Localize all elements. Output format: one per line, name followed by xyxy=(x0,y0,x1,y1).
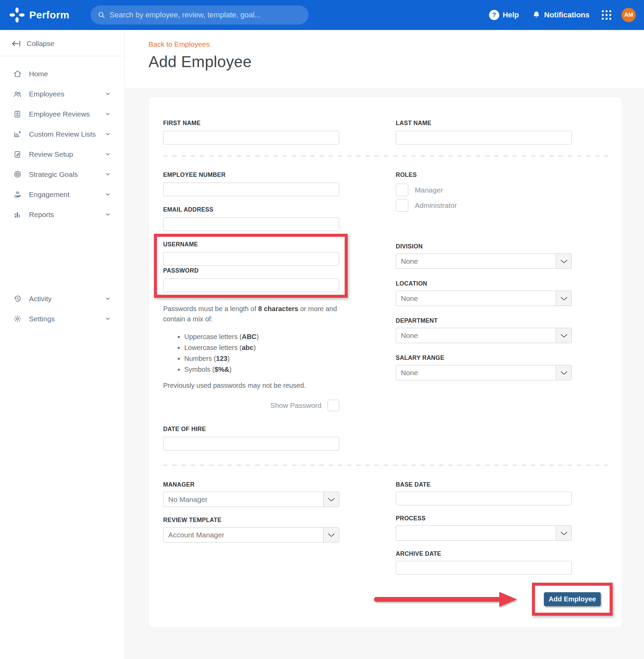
chevron-down-icon xyxy=(556,526,571,540)
annotation-arrow xyxy=(374,592,517,607)
first-name-input[interactable] xyxy=(163,131,339,144)
sidebar-item-home[interactable]: Home xyxy=(0,64,124,84)
red-highlight-box-username-password: USERNAME PASSWORD xyxy=(154,234,348,298)
manager-select[interactable]: No Manager xyxy=(163,492,339,507)
people-icon xyxy=(13,90,22,98)
collapse-button[interactable]: Collapse xyxy=(0,30,124,48)
last-name-input[interactable] xyxy=(396,131,572,144)
date-of-hire-input[interactable] xyxy=(163,437,339,450)
page-title: Add Employee xyxy=(148,52,644,71)
department-select[interactable]: None xyxy=(396,328,572,343)
sidebar-item-custom-review-lists[interactable]: Custom Review Lists xyxy=(0,124,124,144)
sidebar-item-activity[interactable]: Activity xyxy=(0,289,124,309)
id-badge-icon xyxy=(13,110,22,118)
chart-plus-icon xyxy=(13,130,22,138)
sidebar-item-settings[interactable]: Settings xyxy=(0,309,124,329)
chevron-down-icon xyxy=(556,365,571,380)
review-template-select[interactable]: Account Manager xyxy=(163,527,339,542)
location-select[interactable]: None xyxy=(396,291,572,306)
sidebar-item-employee-reviews[interactable]: Employee Reviews xyxy=(0,104,124,124)
location-value: None xyxy=(396,291,556,306)
division-select[interactable]: None xyxy=(396,254,572,269)
password-rules-list: Uppercase letters (ABC) Lowercase letter… xyxy=(163,333,339,373)
chevron-down-icon xyxy=(105,111,111,117)
add-employee-button[interactable]: Add Employee xyxy=(544,592,601,606)
date-of-hire-label: DATE OF HIRE xyxy=(163,426,339,433)
chevron-down-icon xyxy=(105,91,111,97)
password-reuse-note: Previously used passwords may not be reu… xyxy=(163,382,339,389)
process-value xyxy=(396,526,556,540)
password-input[interactable] xyxy=(163,278,339,292)
bell-icon xyxy=(532,11,541,19)
process-select[interactable] xyxy=(396,525,572,541)
top-header: Perform ? Help No xyxy=(0,0,644,30)
last-name-label: LAST NAME xyxy=(396,120,572,127)
sidebar-item-label: Employees xyxy=(29,90,64,98)
password-rule-lowercase: Lowercase letters (abc) xyxy=(184,344,339,352)
chevron-down-icon xyxy=(105,296,111,302)
section-divider xyxy=(163,465,608,465)
chevron-down-icon xyxy=(105,151,111,157)
brand[interactable]: Perform xyxy=(9,7,69,23)
email-input[interactable] xyxy=(163,217,339,231)
roles-label: ROLES xyxy=(396,171,572,179)
process-label: PROCESS xyxy=(396,515,572,522)
notifications-button[interactable]: Notifications xyxy=(528,11,594,19)
search-input[interactable] xyxy=(110,11,302,19)
sidebar-item-reports[interactable]: Reports xyxy=(0,204,124,225)
review-template-value: Account Manager xyxy=(163,527,323,542)
search-icon xyxy=(97,11,106,19)
base-date-input[interactable] xyxy=(396,492,572,505)
chevron-down-icon xyxy=(323,492,339,507)
brand-name: Perform xyxy=(29,9,69,21)
chevron-down-icon xyxy=(105,212,111,217)
target-icon xyxy=(13,170,22,179)
review-template-label: REVIEW TEMPLATE xyxy=(163,517,339,524)
password-label: PASSWORD xyxy=(163,267,345,274)
collapse-label: Collapse xyxy=(27,40,54,48)
help-button[interactable]: ? Help xyxy=(485,10,523,20)
password-rule-symbols: Symbols ($%&) xyxy=(184,366,339,373)
username-label: USERNAME xyxy=(163,241,345,248)
sidebar-item-engagement[interactable]: Engagement xyxy=(0,184,124,204)
division-label: DIVISION xyxy=(396,243,572,250)
app-grid-icon[interactable] xyxy=(598,10,615,20)
archive-date-input[interactable] xyxy=(396,561,572,574)
department-label: DEPARTMENT xyxy=(396,317,572,324)
employee-number-label: EMPLOYEE NUMBER xyxy=(163,171,339,179)
clipboard-pencil-icon xyxy=(13,150,22,158)
chevron-down-icon xyxy=(105,191,111,197)
avatar[interactable]: AM xyxy=(622,8,636,22)
show-password-row: Show Password xyxy=(163,400,339,411)
bar-chart-icon xyxy=(13,211,22,219)
password-rule-uppercase: Uppercase letters (ABC) xyxy=(184,333,339,341)
password-rule-numbers: Numbers (123) xyxy=(184,355,339,363)
sidebar-item-label: Settings xyxy=(29,315,55,323)
sidebar-item-label: Activity xyxy=(29,295,52,303)
division-value: None xyxy=(396,254,556,269)
salary-range-select[interactable]: None xyxy=(396,365,572,380)
employee-number-input[interactable] xyxy=(163,183,339,196)
section-divider xyxy=(163,156,608,156)
sidebar-item-review-setup[interactable]: Review Setup xyxy=(0,144,124,164)
back-to-employees-link[interactable]: Back to Employees xyxy=(148,40,210,48)
base-date-label: BASE DATE xyxy=(396,481,572,488)
page-head: Back to Employees Add Employee xyxy=(125,30,644,88)
show-password-checkbox[interactable] xyxy=(328,400,339,411)
username-input[interactable] xyxy=(163,252,339,266)
history-icon xyxy=(13,294,22,303)
manager-checkbox[interactable] xyxy=(396,184,408,196)
sidebar-spacer xyxy=(0,225,124,289)
global-search[interactable] xyxy=(91,5,309,25)
department-value: None xyxy=(396,328,556,343)
gear-icon xyxy=(13,315,22,323)
sidebar-item-employees[interactable]: Employees xyxy=(0,84,124,104)
manager-value: No Manager xyxy=(163,492,323,507)
email-label: EMAIL ADDRESS xyxy=(163,206,339,213)
administrator-checkbox[interactable] xyxy=(396,199,408,212)
sidebar-item-label: Engagement xyxy=(29,190,69,199)
sidebar-item-strategic-goals[interactable]: Strategic Goals xyxy=(0,164,124,184)
sidebar-item-label: Home xyxy=(29,70,48,78)
manager-label: MANAGER xyxy=(163,481,339,488)
sidebar-nav: Home Employees xyxy=(0,56,124,329)
